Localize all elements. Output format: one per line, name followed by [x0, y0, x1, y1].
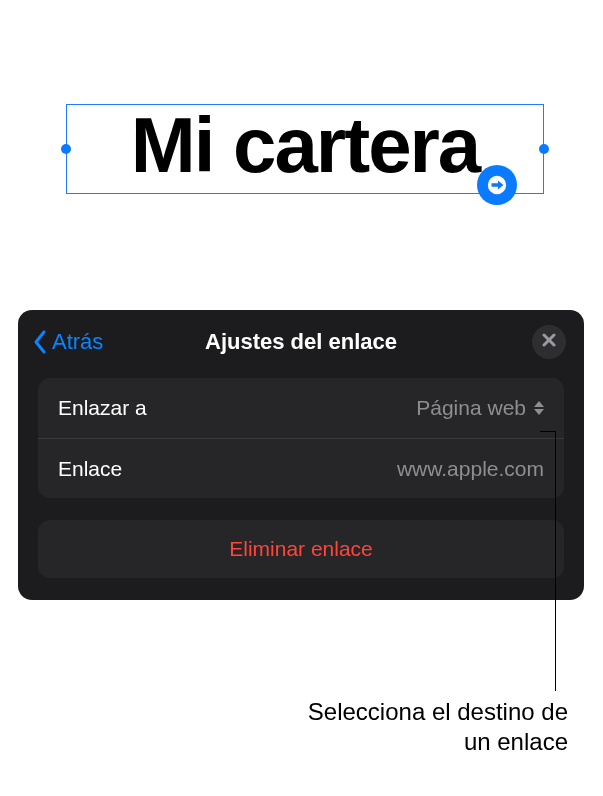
- link-to-value-text: Página web: [416, 396, 526, 420]
- link-settings-panel: Atrás Ajustes del enlace Enlazar a Págin…: [18, 310, 584, 600]
- panel-title: Ajustes del enlace: [205, 329, 397, 355]
- selection-handle-left[interactable]: [61, 144, 71, 154]
- panel-header: Atrás Ajustes del enlace: [18, 310, 584, 374]
- back-label: Atrás: [52, 329, 103, 355]
- link-badge-icon: [477, 165, 517, 205]
- selection-handle-right[interactable]: [539, 144, 549, 154]
- link-to-value: Página web: [416, 396, 544, 420]
- link-to-label: Enlazar a: [58, 396, 147, 420]
- link-url-row[interactable]: Enlace www.apple.com: [38, 438, 564, 498]
- callout-text: Selecciona el destino de un enlace: [300, 697, 568, 757]
- close-icon: [542, 333, 556, 351]
- selected-text-box[interactable]: Mi cartera: [66, 104, 544, 194]
- popup-indicator-icon: [534, 401, 544, 415]
- link-fields-group: Enlazar a Página web Enlace www.apple.co…: [38, 378, 564, 498]
- back-button[interactable]: Atrás: [32, 329, 103, 355]
- callout-connector: [555, 431, 556, 691]
- close-button[interactable]: [532, 325, 566, 359]
- svg-marker-3: [534, 409, 544, 415]
- link-to-row[interactable]: Enlazar a Página web: [38, 378, 564, 438]
- delete-link-label: Eliminar enlace: [229, 537, 373, 561]
- link-url-value: www.apple.com: [397, 457, 544, 481]
- link-url-label: Enlace: [58, 457, 122, 481]
- callout-connector: [540, 431, 556, 432]
- svg-marker-2: [534, 401, 544, 407]
- text-box-content: Mi cartera: [131, 100, 480, 191]
- delete-link-button[interactable]: Eliminar enlace: [38, 520, 564, 578]
